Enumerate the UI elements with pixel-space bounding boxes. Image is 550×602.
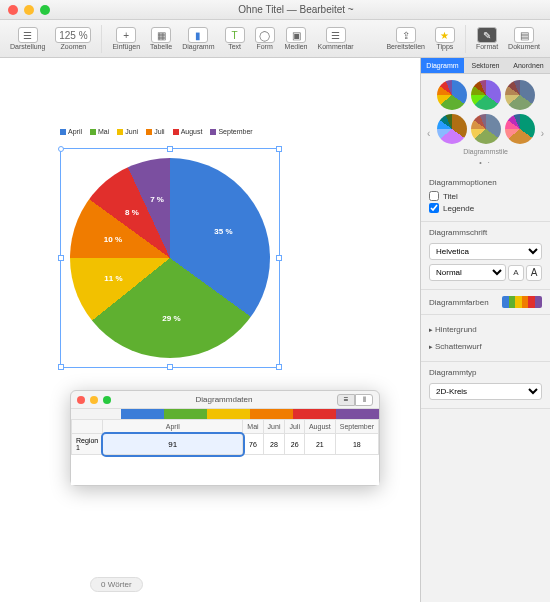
legend-checkbox[interactable] (429, 203, 439, 213)
resize-handle[interactable] (276, 255, 282, 261)
resize-handle[interactable] (167, 364, 173, 370)
share-button[interactable]: ⇪Bereitstellen (382, 25, 429, 52)
tips-button[interactable]: ★Tipps (431, 25, 459, 52)
legend-swatch (210, 129, 216, 135)
style-page-dots[interactable]: • · (479, 159, 491, 166)
font-larger-button[interactable]: A (526, 265, 542, 281)
background-disclosure[interactable]: Hintergrund (429, 321, 542, 338)
pie-graphic[interactable]: 35 %29 %11 %10 %8 %7 % (70, 158, 270, 358)
data-cell[interactable]: 28 (263, 434, 285, 455)
shape-button[interactable]: ◯Form (251, 25, 279, 52)
shadow-disclosure[interactable]: Schattenwurf (429, 338, 542, 355)
tab-arrange[interactable]: Anordnen (507, 58, 550, 74)
column-header[interactable]: August (304, 420, 335, 434)
chart-button[interactable]: ▮Diagramm (178, 25, 218, 52)
minimize-button[interactable] (90, 396, 98, 404)
legend-swatch (60, 129, 66, 135)
data-table[interactable]: AprilMaiJuniJuliAugustSeptember Region 1… (71, 419, 379, 455)
resize-handle[interactable] (276, 146, 282, 152)
document-button[interactable]: ▤Dokument (504, 25, 544, 52)
chart-style-thumb[interactable] (471, 114, 501, 144)
style-next-icon[interactable]: › (537, 124, 548, 143)
chart-style-thumb[interactable] (505, 80, 535, 110)
row-header[interactable]: Region 1 (72, 434, 103, 455)
chart-style-thumb[interactable] (471, 80, 501, 110)
font-family-select[interactable]: Helvetica (429, 243, 542, 260)
zoom-button[interactable] (40, 5, 50, 15)
resize-handle[interactable] (276, 364, 282, 370)
legend-item[interactable]: Mai (90, 128, 109, 135)
column-header[interactable]: April (103, 420, 243, 434)
column-header[interactable]: Juli (285, 420, 305, 434)
color-swatch-button[interactable] (502, 296, 542, 308)
legend-label: August (181, 128, 203, 135)
legend-item[interactable]: August (173, 128, 203, 135)
legend-item[interactable]: April (60, 128, 82, 135)
data-cell[interactable]: 76 (243, 434, 263, 455)
legend-item[interactable]: Juli (146, 128, 165, 135)
series-color-header (71, 409, 379, 419)
data-cell[interactable]: 26 (285, 434, 305, 455)
close-button[interactable] (8, 5, 18, 15)
font-smaller-button[interactable]: A (508, 265, 524, 281)
legend-swatch (90, 129, 96, 135)
chart-legend[interactable]: AprilMaiJuniJuliAugustSeptember (60, 128, 320, 135)
legend-label: September (218, 128, 252, 135)
series-color-cell (250, 409, 293, 419)
document-canvas[interactable]: AprilMaiJuniJuliAugustSeptember 35 %29 %… (0, 58, 420, 602)
series-color-cell (293, 409, 336, 419)
comment-button[interactable]: ☰Kommentar (314, 25, 358, 52)
chart-type-select[interactable]: 2D-Kreis (429, 383, 542, 400)
font-header: Diagrammschrift (429, 228, 542, 237)
legend-swatch (173, 129, 179, 135)
legend-checkbox-row[interactable]: Legende (429, 203, 542, 213)
series-color-cell (164, 409, 207, 419)
chart-style-thumb[interactable] (505, 114, 535, 144)
media-button[interactable]: ▣Medien (281, 25, 312, 52)
format-button[interactable]: ✎Format (472, 25, 502, 52)
row-orient-button[interactable]: ≡ (337, 394, 355, 406)
data-cell[interactable]: 18 (335, 434, 378, 455)
pie-slice-label: 7 % (150, 195, 164, 204)
resize-handle[interactable] (167, 146, 173, 152)
font-style-select[interactable]: Normal (429, 264, 506, 281)
tab-wedges[interactable]: Sektoren (464, 58, 507, 74)
legend-label: April (68, 128, 82, 135)
data-window-titlebar[interactable]: Diagrammdaten ≡ ⦀ (71, 391, 379, 409)
title-checkbox[interactable] (429, 191, 439, 201)
pie-slice-label: 10 % (104, 235, 122, 244)
legend-item[interactable]: September (210, 128, 252, 135)
resize-handle[interactable] (58, 364, 64, 370)
chart-data-window[interactable]: Diagrammdaten ≡ ⦀ AprilMaiJuniJuliAugust… (70, 390, 380, 486)
data-cell[interactable]: 91 (103, 434, 243, 455)
tab-chart[interactable]: Diagramm (421, 58, 464, 74)
legend-item[interactable]: Juni (117, 128, 138, 135)
resize-handle[interactable] (58, 255, 64, 261)
close-button[interactable] (77, 396, 85, 404)
column-header[interactable]: Mai (243, 420, 263, 434)
data-cell[interactable]: 21 (304, 434, 335, 455)
text-button[interactable]: TText (221, 25, 249, 52)
column-header[interactable]: Juni (263, 420, 285, 434)
minimize-button[interactable] (24, 5, 34, 15)
view-button[interactable]: ☰Darstellung (6, 25, 49, 52)
traffic-lights (8, 5, 50, 15)
column-header[interactable]: September (335, 420, 378, 434)
resize-handle[interactable] (58, 146, 64, 152)
col-orient-button[interactable]: ⦀ (355, 394, 373, 406)
insert-button[interactable]: +Einfügen (108, 25, 144, 52)
colors-header: Diagrammfarben (429, 298, 489, 307)
legend-swatch (146, 129, 152, 135)
chart-styles-label: Diagrammstile (427, 148, 544, 155)
chart-style-thumb[interactable] (437, 114, 467, 144)
style-prev-icon[interactable]: ‹ (423, 124, 434, 143)
title-checkbox-row[interactable]: Titel (429, 191, 542, 201)
table-button[interactable]: ▦Tabelle (146, 25, 176, 52)
zoom-button[interactable] (103, 396, 111, 404)
word-count-pill[interactable]: 0 Wörter (90, 577, 143, 592)
chart-style-thumb[interactable] (437, 80, 467, 110)
pie-slice-label: 11 % (104, 273, 122, 282)
pie-chart[interactable]: 35 %29 %11 %10 %8 %7 % (60, 148, 280, 368)
zoom-dropdown[interactable]: 125 %Zoomen (51, 25, 95, 52)
titlebar[interactable]: Ohne Titel — Bearbeitet ~ (0, 0, 550, 20)
